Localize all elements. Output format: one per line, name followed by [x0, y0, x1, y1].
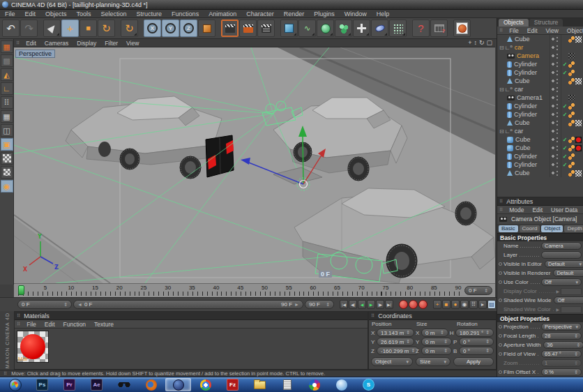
taillight-panel[interactable] — [206, 135, 234, 177]
previous-frame-button[interactable]: ◀| — [349, 300, 357, 309]
value-layer[interactable] — [541, 251, 582, 259]
play-backward-button[interactable]: ◀ — [358, 300, 366, 309]
menu-character[interactable]: Character — [241, 10, 279, 17]
menu-edit[interactable]: Edit — [20, 10, 41, 17]
add-deformer-icon[interactable] — [353, 20, 370, 37]
size-z-field[interactable]: 0 m⇕ — [421, 347, 452, 355]
tree-item-cylinder[interactable]: Cylinder✓ — [497, 110, 583, 119]
model-mode-icon[interactable]: ◭ — [1, 68, 13, 81]
texture-axis-mode-icon[interactable]: ∟ — [1, 82, 13, 95]
texture-tag-icon[interactable] — [575, 120, 582, 126]
attr-tab-object[interactable]: Object — [541, 225, 563, 232]
tree-item-camera1[interactable]: Camera1 — [497, 93, 583, 102]
toggle-view-icon[interactable]: ▢ — [486, 40, 492, 46]
next-frame-button[interactable]: |▶ — [376, 300, 384, 309]
move-tool-icon[interactable]: + — [61, 20, 79, 37]
rotation-p-field[interactable]: 0 °⇕ — [459, 338, 494, 346]
position-z-field[interactable]: -160.299 m⇕ — [377, 347, 419, 355]
key-pla-button[interactable]: ⠿ — [469, 300, 478, 309]
phong-tag-icon[interactable] — [568, 145, 575, 151]
notepad[interactable] — [274, 378, 300, 391]
attributes-menu-user-data[interactable]: User Data — [547, 206, 582, 213]
viewport-menu-edit[interactable]: Edit — [22, 40, 40, 47]
menu-objects[interactable]: Objects — [40, 10, 72, 17]
panel-grip-icon[interactable]: ⠿ — [15, 313, 22, 319]
visibility-dots[interactable] — [550, 52, 561, 60]
tree-item-car[interactable]: ⊟∟⁰car — [497, 85, 583, 93]
goto-start-button[interactable]: |◀ — [340, 300, 348, 309]
texture-axis-icon[interactable] — [1, 166, 13, 179]
viewport-label[interactable]: Perspective — [15, 50, 55, 58]
zoom-view-icon[interactable]: ↕ — [474, 40, 477, 46]
texture-tag-icon[interactable] — [575, 78, 582, 84]
rotation-h-field[interactable]: 180.291 °⇕ — [455, 329, 494, 337]
spinner-icon[interactable]: ⇕ — [484, 288, 488, 294]
coordinate-system-icon[interactable] — [198, 20, 215, 37]
firefox[interactable] — [138, 378, 164, 391]
materials-menu-function[interactable]: Function — [59, 321, 91, 328]
context-help-icon[interactable]: ? — [412, 20, 430, 37]
openoffice[interactable] — [328, 378, 354, 391]
object-axis-mode-icon[interactable]: ◉ — [1, 180, 13, 193]
expander-icon[interactable]: ⊟ — [499, 86, 504, 93]
attr-tab-depth[interactable]: Depth — [564, 225, 583, 232]
tree-item-cube[interactable]: Cube — [497, 119, 583, 127]
value-name[interactable]: Camera — [541, 242, 582, 250]
menu-animation[interactable]: Animation — [204, 10, 241, 17]
points-mode-icon[interactable]: ⠿ — [1, 96, 13, 109]
visibility-dots[interactable] — [550, 144, 561, 152]
current-frame-marker[interactable] — [18, 285, 24, 295]
menu-tools[interactable]: Tools — [72, 10, 96, 17]
current-frame-field[interactable]: 0 F ⇕ — [17, 300, 72, 309]
value-visible-in-renderer[interactable]: Default▾ — [553, 269, 583, 277]
tree-item-cube[interactable]: Cube✓ — [497, 135, 583, 144]
start-button[interactable] — [2, 378, 28, 391]
media-player[interactable] — [111, 378, 137, 391]
material-swatch-mat[interactable]: Mat — [17, 331, 49, 363]
texture-mode-icon[interactable] — [1, 152, 13, 165]
expand-arrow-icon[interactable]: ▶ — [556, 289, 559, 294]
tab-structure[interactable]: Structure — [529, 19, 563, 27]
viewport-menu-cameras[interactable]: Cameras — [40, 40, 73, 47]
render-picture-viewer-icon[interactable] — [239, 20, 257, 37]
visibility-dots[interactable] — [550, 110, 561, 119]
phong-tag-icon[interactable] — [568, 61, 575, 68]
render-settings-icon[interactable] — [257, 20, 275, 37]
undo-icon[interactable]: ↶ — [2, 20, 20, 37]
key-rotation-button[interactable]: ● — [451, 300, 460, 309]
content-browser-icon[interactable] — [430, 20, 448, 37]
texture-tag-icon[interactable] — [575, 170, 582, 176]
menu-render[interactable]: Render — [279, 10, 310, 17]
grip-icon[interactable]: ⠿ — [497, 207, 505, 213]
object-mode-icon[interactable]: ▣ — [1, 138, 13, 151]
value-shaded-wire-color[interactable] — [561, 306, 582, 313]
phong-tag-icon[interactable] — [568, 137, 575, 143]
tree-item-cube[interactable]: Cube — [497, 35, 583, 43]
menu-structure[interactable]: Structure — [132, 10, 167, 17]
windows-explorer[interactable] — [247, 378, 273, 391]
add-scene-object-icon[interactable] — [371, 20, 388, 37]
anim-dot-icon[interactable] — [499, 343, 502, 347]
convert-disabled-icon[interactable]: ▩ — [1, 54, 13, 67]
tree-item-cube[interactable]: Cube — [497, 77, 583, 85]
visibility-dots[interactable] — [550, 102, 561, 110]
apply-button[interactable]: Apply — [453, 357, 494, 366]
redo-icon[interactable]: ↷ — [20, 20, 38, 37]
online-updater-icon[interactable] — [453, 20, 471, 37]
chrome[interactable] — [192, 378, 218, 391]
phong-tag-icon[interactable] — [568, 162, 575, 168]
visibility-dots[interactable] — [550, 93, 561, 102]
visibility-dots[interactable] — [550, 135, 561, 144]
tree-item-cylinder[interactable]: Cylinder✓ — [497, 68, 583, 77]
slider-left-arrow-icon[interactable]: ◄ — [77, 302, 82, 307]
key-scale-button[interactable]: ■ — [442, 300, 450, 309]
visibility-dots[interactable] — [550, 68, 561, 77]
grip-icon[interactable]: ⠿ — [14, 40, 22, 46]
value-film-offset-x[interactable]: 0 %⇕ — [541, 368, 582, 376]
anim-dot-icon[interactable] — [499, 370, 502, 374]
tree-item-cylinder[interactable]: Cylinder✓ — [497, 102, 583, 110]
end-frame-field[interactable]: 90 F ⇕ — [305, 300, 334, 309]
phong-tag-icon[interactable] — [568, 36, 575, 43]
add-particle-system-icon[interactable] — [389, 20, 407, 37]
attributes-menu-edit[interactable]: Edit — [528, 206, 547, 213]
